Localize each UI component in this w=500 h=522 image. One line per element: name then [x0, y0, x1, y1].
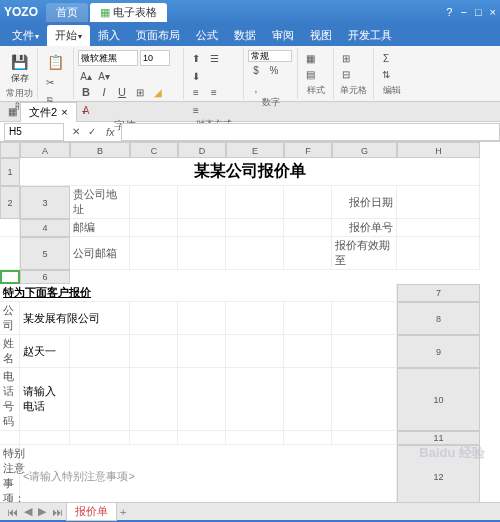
cell[interactable]	[284, 302, 332, 335]
doc-tab-file2[interactable]: 文件2 ×	[20, 102, 77, 122]
cell[interactable]	[284, 186, 332, 219]
cell[interactable]	[70, 431, 130, 445]
add-sheet-icon[interactable]: +	[117, 506, 129, 518]
menu-insert[interactable]: 插入	[90, 25, 128, 46]
align-mid-icon[interactable]: ☰	[206, 50, 222, 66]
insert-cells-icon[interactable]: ⊞	[338, 50, 354, 66]
border-icon[interactable]: ⊞	[132, 84, 148, 100]
cell[interactable]	[226, 368, 284, 431]
cell[interactable]	[284, 219, 332, 237]
currency-icon[interactable]: $	[248, 62, 264, 78]
row-header-11[interactable]: 11	[397, 431, 480, 445]
menu-data[interactable]: 数据	[226, 25, 264, 46]
paste-button[interactable]: 📋	[42, 50, 69, 74]
menu-review[interactable]: 审阅	[264, 25, 302, 46]
cell[interactable]	[332, 335, 397, 368]
spreadsheet-grid[interactable]: ABCDEFGH1某某公司报价单23贵公司地址报价日期4邮编报价单号5公司邮箱报…	[0, 142, 500, 502]
cell[interactable]	[332, 368, 397, 431]
font-name-select[interactable]	[78, 50, 138, 66]
cell[interactable]	[178, 219, 226, 237]
cell[interactable]	[20, 431, 70, 445]
cell[interactable]	[226, 219, 284, 237]
accept-formula-icon[interactable]: ✓	[84, 124, 100, 140]
row-header-7[interactable]: 7	[397, 284, 480, 302]
doc-tab[interactable]: ▦ 电子表格	[90, 3, 167, 22]
row-header-3[interactable]: 3	[20, 186, 70, 219]
cell[interactable]	[130, 335, 178, 368]
align-right-icon[interactable]: ≡	[188, 102, 204, 118]
fill-color-icon[interactable]: ◢	[150, 84, 166, 100]
shrink-font-icon[interactable]: A▾	[96, 68, 112, 84]
row-header-9[interactable]: 9	[397, 335, 480, 368]
prev-sheet-icon[interactable]: ◀	[21, 505, 35, 518]
col-header-D[interactable]: D	[178, 142, 226, 158]
sort-icon[interactable]: ⇅	[378, 66, 394, 82]
align-bot-icon[interactable]: ⬇	[188, 68, 204, 84]
row-header-4[interactable]: 4	[20, 219, 70, 237]
minimize-button[interactable]: −	[460, 6, 466, 18]
col-header-H[interactable]: H	[397, 142, 480, 158]
font-size-select[interactable]	[140, 50, 170, 66]
help-icon[interactable]: ?	[446, 6, 452, 18]
add-doc-icon[interactable]: +	[77, 104, 93, 120]
row-header-10[interactable]: 10	[397, 368, 480, 431]
cell[interactable]	[284, 431, 332, 445]
cell[interactable]	[0, 237, 20, 270]
cell[interactable]	[130, 302, 178, 335]
menu-dev[interactable]: 开发工具	[340, 25, 400, 46]
underline-icon[interactable]: U	[114, 84, 130, 100]
row-header-8[interactable]: 8	[397, 302, 480, 335]
menu-file[interactable]: 文件▾	[4, 25, 47, 46]
cell[interactable]	[332, 302, 397, 335]
cell[interactable]	[226, 237, 284, 270]
grow-font-icon[interactable]: A▴	[78, 68, 94, 84]
row-header-2[interactable]: 2	[0, 186, 20, 219]
cell[interactable]	[178, 431, 226, 445]
row-header-1[interactable]: 1	[0, 158, 20, 186]
cell[interactable]	[130, 431, 178, 445]
row-header-12[interactable]: 12	[397, 445, 480, 502]
cell[interactable]	[178, 302, 226, 335]
cancel-formula-icon[interactable]: ✕	[68, 124, 84, 140]
number-format-select[interactable]	[248, 50, 292, 62]
last-sheet-icon[interactable]: ⏭	[49, 506, 66, 518]
close-button[interactable]: ×	[490, 6, 496, 18]
cell[interactable]	[226, 302, 284, 335]
table-style-icon[interactable]: ▤	[302, 66, 318, 82]
cell[interactable]	[0, 219, 20, 237]
comma-icon[interactable]: ,	[248, 80, 264, 96]
cut-icon[interactable]: ✂	[42, 74, 58, 90]
active-cell[interactable]	[0, 270, 20, 284]
cell[interactable]	[226, 431, 284, 445]
cell[interactable]	[70, 335, 130, 368]
cond-format-icon[interactable]: ▦	[302, 50, 318, 66]
row-header-5[interactable]: 5	[20, 237, 70, 270]
col-header-[interactable]	[0, 142, 20, 158]
cell[interactable]	[178, 368, 226, 431]
cell[interactable]	[397, 219, 480, 237]
cell[interactable]	[397, 237, 480, 270]
close-doc-icon[interactable]: ×	[61, 106, 67, 118]
percent-icon[interactable]: %	[266, 62, 282, 78]
cell[interactable]	[178, 237, 226, 270]
cell[interactable]	[70, 368, 130, 431]
formula-input[interactable]	[121, 123, 500, 141]
first-sheet-icon[interactable]: ⏮	[4, 506, 21, 518]
cell[interactable]	[130, 219, 178, 237]
menu-start[interactable]: 开始▾	[47, 25, 90, 46]
col-header-F[interactable]: F	[284, 142, 332, 158]
delete-cells-icon[interactable]: ⊟	[338, 66, 354, 82]
cell[interactable]	[284, 335, 332, 368]
next-sheet-icon[interactable]: ▶	[35, 505, 49, 518]
col-header-E[interactable]: E	[226, 142, 284, 158]
name-box[interactable]	[4, 123, 64, 141]
bold-icon[interactable]: B	[78, 84, 94, 100]
cell[interactable]	[0, 431, 20, 445]
maximize-button[interactable]: □	[475, 6, 482, 18]
sum-icon[interactable]: Σ	[378, 50, 394, 66]
cell[interactable]	[130, 368, 178, 431]
grid-icon[interactable]: ▦	[4, 104, 20, 120]
col-header-A[interactable]: A	[20, 142, 70, 158]
home-tab[interactable]: 首页	[46, 3, 88, 22]
cell[interactable]	[178, 186, 226, 219]
